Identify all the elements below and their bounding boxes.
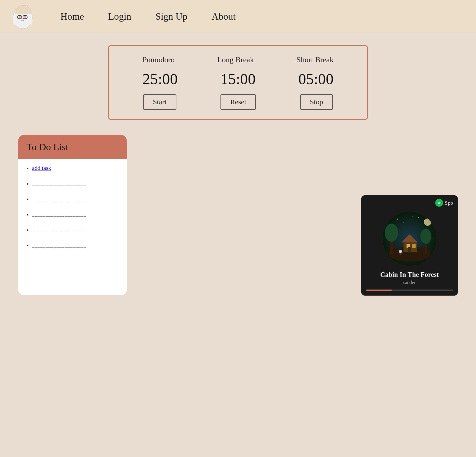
pomodoro-time: 25:00 [143, 70, 178, 88]
stop-button[interactable]: Stop [300, 94, 333, 110]
spotify-album-art [382, 212, 437, 266]
add-task-link[interactable]: add task [32, 165, 51, 171]
todo-line-1: ____________________ [32, 180, 118, 187]
nav-item-signup[interactable]: Sign Up [156, 11, 188, 22]
nav-item-login[interactable]: Login [108, 11, 131, 22]
short-break-time: 05:00 [298, 70, 334, 88]
logo-icon [9, 2, 36, 29]
todo-line-text-4: ____________________ [32, 227, 86, 232]
todo-header: To Do List [18, 135, 127, 159]
spotify-progress-fill [366, 290, 392, 291]
svg-rect-15 [408, 247, 411, 252]
logo [9, 2, 36, 31]
svg-point-4 [19, 16, 21, 18]
svg-point-18 [397, 219, 398, 220]
todo-container: To Do List add task ____________________… [18, 135, 127, 295]
todo-line-text-5: ____________________ [32, 243, 86, 248]
todo-line-5: ____________________ [32, 242, 118, 248]
timer-box: Pomodoro Long Break Short Break 25:00 15… [108, 45, 368, 120]
nav-links: Home Login Sign Up About [60, 11, 236, 22]
spotify-header: Spo [361, 195, 458, 207]
todo-line-2: ____________________ [32, 196, 118, 202]
todo-body: add task ____________________ __________… [18, 159, 127, 295]
timer-labels: Pomodoro Long Break Short Break [121, 55, 355, 64]
svg-point-5 [24, 16, 26, 18]
svg-point-10 [385, 224, 398, 242]
todo-list: add task ____________________ __________… [27, 165, 118, 248]
todo-line-text-1: ____________________ [32, 181, 86, 186]
nav-item-about[interactable]: About [211, 11, 236, 22]
todo-add-task[interactable]: add task [32, 165, 118, 171]
main-content: Pomodoro Long Break Short Break 25:00 15… [0, 33, 476, 308]
pomodoro-label: Pomodoro [142, 55, 175, 64]
svg-rect-25 [400, 253, 401, 255]
spotify-svg-icon [437, 200, 442, 205]
svg-point-21 [403, 222, 404, 222]
short-break-label: Short Break [297, 55, 334, 64]
svg-point-22 [418, 217, 419, 218]
nav-link-signup[interactable]: Sign Up [156, 11, 188, 22]
nav-link-about[interactable]: About [211, 11, 236, 22]
spotify-label: Spo [445, 200, 453, 206]
long-break-time: 15:00 [220, 70, 256, 88]
todo-line-text-3: ____________________ [32, 212, 86, 217]
spotify-logo: Spo [435, 199, 453, 207]
reset-button[interactable]: Reset [220, 94, 256, 110]
todo-line-3: ____________________ [32, 211, 118, 218]
spotify-icon [435, 199, 443, 207]
todo-line-4: ____________________ [32, 227, 118, 233]
spotify-artist-name: xander. [361, 280, 458, 285]
svg-point-19 [412, 216, 413, 216]
todo-title: To Do List [27, 141, 118, 153]
long-break-label: Long Break [217, 55, 254, 64]
spotify-widget: Spo [361, 195, 458, 296]
svg-rect-14 [412, 244, 416, 248]
navbar: Home Login Sign Up About [0, 0, 476, 33]
spotify-track-name: Cabin In The Forest [361, 271, 458, 279]
nav-item-home[interactable]: Home [60, 11, 84, 22]
svg-point-24 [399, 250, 402, 253]
spotify-progress-bar-container [366, 290, 453, 291]
nav-link-login[interactable]: Login [108, 11, 131, 22]
timer-buttons: Start Reset Stop [121, 94, 355, 110]
start-button[interactable]: Start [143, 94, 176, 110]
album-art-svg [382, 212, 437, 266]
svg-point-23 [424, 219, 431, 226]
nav-link-home[interactable]: Home [60, 11, 84, 22]
svg-point-17 [420, 229, 431, 244]
todo-line-text-2: ____________________ [32, 196, 86, 202]
album-art-visual [382, 212, 437, 266]
lower-section: To Do List add task ____________________… [18, 135, 458, 296]
timer-times: 25:00 15:00 05:00 [121, 70, 355, 88]
